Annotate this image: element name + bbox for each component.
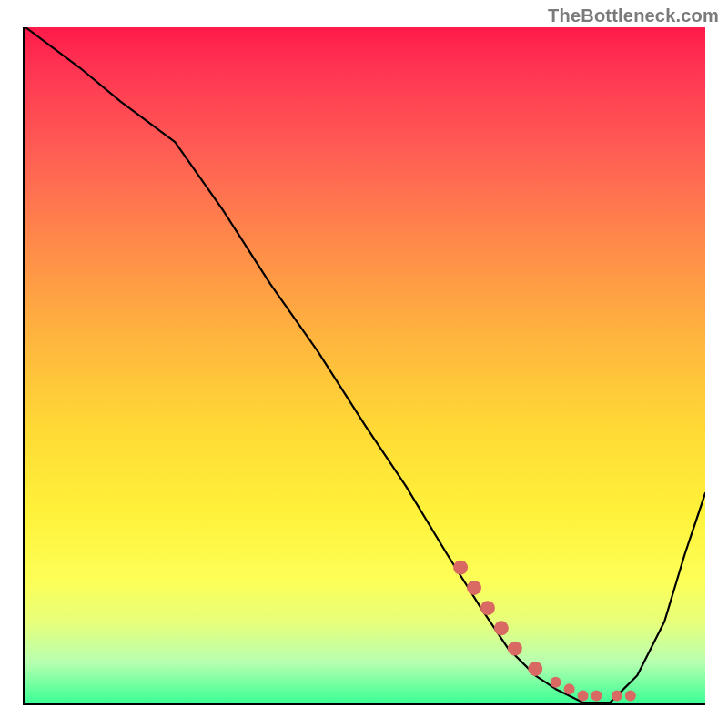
scatter-point: [467, 581, 481, 595]
scatter-point: [508, 642, 522, 656]
scatter-point: [528, 662, 542, 676]
scatter-point: [480, 601, 495, 615]
scatter-point: [592, 691, 602, 702]
scatter-point: [625, 691, 636, 702]
scatter-point: [453, 561, 468, 575]
scatter-point: [494, 621, 509, 635]
attribution-label: TheBottleneck.com: [548, 5, 719, 26]
plot-area: [23, 27, 705, 705]
chart-container: TheBottleneck.com: [0, 0, 728, 728]
scatter-point: [564, 683, 575, 694]
scatter-point: [551, 677, 561, 688]
scatter-series: [453, 561, 636, 702]
chart-svg: [25, 27, 705, 703]
scatter-point: [612, 691, 622, 702]
scatter-point: [578, 691, 589, 702]
bottleneck-curve: [25, 27, 705, 703]
